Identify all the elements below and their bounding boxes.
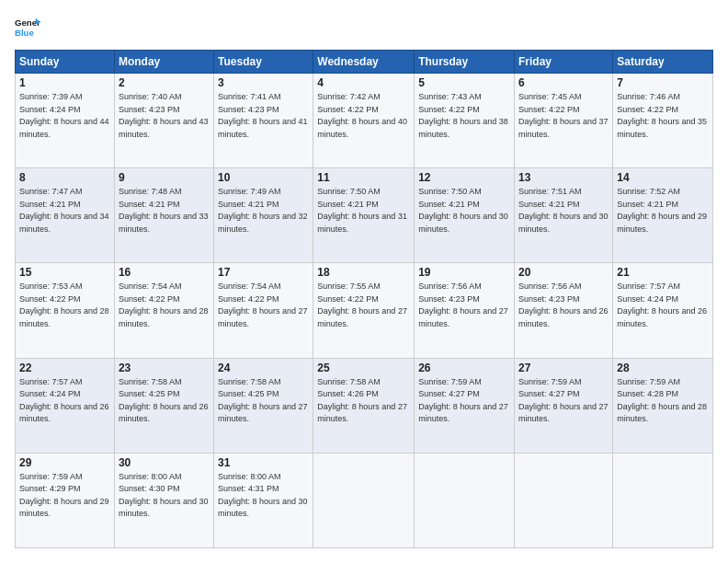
- day-number: 30: [119, 456, 210, 469]
- calendar-table: SundayMondayTuesdayWednesdayThursdayFrid…: [15, 50, 713, 548]
- week-row-3: 15 Sunrise: 7:53 AM Sunset: 4:22 PM Dayl…: [16, 263, 713, 358]
- day-info: Sunrise: 7:51 AM Sunset: 4:21 PM Dayligh…: [518, 186, 609, 236]
- day-number: 4: [317, 76, 410, 89]
- day-number: 31: [218, 456, 309, 469]
- day-info: Sunrise: 7:57 AM Sunset: 4:24 PM Dayligh…: [617, 281, 709, 330]
- day-number: 16: [119, 266, 210, 279]
- day-cell: 10 Sunrise: 7:49 AM Sunset: 4:21 PM Dayl…: [214, 168, 313, 263]
- day-info: Sunrise: 7:41 AM Sunset: 4:23 PM Dayligh…: [218, 91, 309, 141]
- weekday-friday: Friday: [515, 51, 613, 74]
- day-number: 25: [317, 362, 410, 374]
- day-info: Sunrise: 7:56 AM Sunset: 4:23 PM Dayligh…: [518, 281, 609, 330]
- day-info: Sunrise: 7:59 AM Sunset: 4:27 PM Dayligh…: [418, 376, 510, 426]
- day-cell: 1 Sunrise: 7:39 AM Sunset: 4:24 PM Dayli…: [16, 74, 115, 168]
- day-info: Sunrise: 7:50 AM Sunset: 4:21 PM Dayligh…: [317, 186, 410, 236]
- day-cell: 22 Sunrise: 7:57 AM Sunset: 4:24 PM Dayl…: [16, 358, 115, 453]
- day-info: Sunrise: 7:40 AM Sunset: 4:23 PM Dayligh…: [119, 91, 210, 141]
- day-cell: 28 Sunrise: 7:59 AM Sunset: 4:28 PM Dayl…: [613, 358, 713, 453]
- weekday-tuesday: Tuesday: [214, 51, 313, 74]
- day-cell: 23 Sunrise: 7:58 AM Sunset: 4:25 PM Dayl…: [114, 358, 213, 453]
- day-info: Sunrise: 7:50 AM Sunset: 4:21 PM Dayligh…: [418, 186, 510, 236]
- week-row-4: 22 Sunrise: 7:57 AM Sunset: 4:24 PM Dayl…: [16, 358, 713, 453]
- day-info: Sunrise: 7:53 AM Sunset: 4:22 PM Dayligh…: [19, 281, 110, 330]
- day-info: Sunrise: 7:49 AM Sunset: 4:21 PM Dayligh…: [218, 186, 309, 236]
- day-cell: 2 Sunrise: 7:40 AM Sunset: 4:23 PM Dayli…: [114, 74, 213, 168]
- day-number: 3: [218, 76, 309, 89]
- weekday-saturday: Saturday: [613, 51, 713, 74]
- logo-icon: General Blue: [15, 15, 40, 40]
- day-cell: 16 Sunrise: 7:54 AM Sunset: 4:22 PM Dayl…: [114, 263, 213, 358]
- day-number: 18: [317, 266, 410, 279]
- week-row-2: 8 Sunrise: 7:47 AM Sunset: 4:21 PM Dayli…: [16, 168, 713, 263]
- day-info: Sunrise: 7:39 AM Sunset: 4:24 PM Dayligh…: [19, 91, 110, 141]
- day-number: 17: [218, 266, 309, 279]
- day-cell: [313, 453, 415, 547]
- day-cell: 12 Sunrise: 7:50 AM Sunset: 4:21 PM Dayl…: [415, 168, 515, 263]
- day-cell: [515, 453, 613, 547]
- day-number: 12: [418, 171, 510, 184]
- day-number: 7: [617, 76, 709, 89]
- day-number: 6: [518, 76, 609, 89]
- day-number: 21: [617, 266, 709, 279]
- day-cell: 13 Sunrise: 7:51 AM Sunset: 4:21 PM Dayl…: [515, 168, 613, 263]
- weekday-monday: Monday: [114, 51, 213, 74]
- day-cell: 6 Sunrise: 7:45 AM Sunset: 4:22 PM Dayli…: [515, 74, 613, 168]
- day-info: Sunrise: 7:47 AM Sunset: 4:21 PM Dayligh…: [19, 186, 110, 236]
- day-cell: [415, 453, 515, 547]
- day-number: 11: [317, 171, 410, 184]
- day-cell: 26 Sunrise: 7:59 AM Sunset: 4:27 PM Dayl…: [415, 358, 515, 453]
- day-info: Sunrise: 7:42 AM Sunset: 4:22 PM Dayligh…: [317, 91, 410, 141]
- day-info: Sunrise: 7:45 AM Sunset: 4:22 PM Dayligh…: [518, 91, 609, 141]
- weekday-sunday: Sunday: [16, 51, 115, 74]
- day-cell: 24 Sunrise: 7:58 AM Sunset: 4:25 PM Dayl…: [214, 358, 313, 453]
- day-number: 20: [518, 266, 609, 279]
- day-number: 14: [617, 171, 709, 184]
- day-cell: 5 Sunrise: 7:43 AM Sunset: 4:22 PM Dayli…: [415, 74, 515, 168]
- day-info: Sunrise: 7:54 AM Sunset: 4:22 PM Dayligh…: [119, 281, 210, 330]
- day-cell: 11 Sunrise: 7:50 AM Sunset: 4:21 PM Dayl…: [313, 168, 415, 263]
- day-info: Sunrise: 7:58 AM Sunset: 4:25 PM Dayligh…: [218, 376, 309, 426]
- day-cell: 15 Sunrise: 7:53 AM Sunset: 4:22 PM Dayl…: [16, 263, 115, 358]
- day-cell: 18 Sunrise: 7:55 AM Sunset: 4:22 PM Dayl…: [313, 263, 415, 358]
- day-number: 23: [119, 362, 210, 374]
- day-info: Sunrise: 7:56 AM Sunset: 4:23 PM Dayligh…: [418, 281, 510, 330]
- day-number: 10: [218, 171, 309, 184]
- day-cell: 27 Sunrise: 7:59 AM Sunset: 4:27 PM Dayl…: [515, 358, 613, 453]
- day-info: Sunrise: 7:48 AM Sunset: 4:21 PM Dayligh…: [119, 186, 210, 236]
- day-info: Sunrise: 7:54 AM Sunset: 4:22 PM Dayligh…: [218, 281, 309, 330]
- day-number: 9: [119, 171, 210, 184]
- day-info: Sunrise: 7:59 AM Sunset: 4:28 PM Dayligh…: [617, 376, 709, 426]
- day-info: Sunrise: 7:59 AM Sunset: 4:27 PM Dayligh…: [518, 376, 609, 426]
- day-info: Sunrise: 7:46 AM Sunset: 4:22 PM Dayligh…: [617, 91, 709, 141]
- day-cell: 20 Sunrise: 7:56 AM Sunset: 4:23 PM Dayl…: [515, 263, 613, 358]
- calendar-body: 1 Sunrise: 7:39 AM Sunset: 4:24 PM Dayli…: [16, 74, 713, 548]
- day-cell: 7 Sunrise: 7:46 AM Sunset: 4:22 PM Dayli…: [613, 74, 713, 168]
- weekday-wednesday: Wednesday: [313, 51, 415, 74]
- day-number: 28: [617, 362, 709, 374]
- day-info: Sunrise: 7:58 AM Sunset: 4:25 PM Dayligh…: [119, 376, 210, 426]
- day-cell: 8 Sunrise: 7:47 AM Sunset: 4:21 PM Dayli…: [16, 168, 115, 263]
- page-header: General Blue: [15, 15, 713, 40]
- day-number: 1: [19, 76, 110, 89]
- day-cell: 17 Sunrise: 7:54 AM Sunset: 4:22 PM Dayl…: [214, 263, 313, 358]
- day-info: Sunrise: 7:43 AM Sunset: 4:22 PM Dayligh…: [418, 91, 510, 141]
- day-cell: 31 Sunrise: 8:00 AM Sunset: 4:31 PM Dayl…: [214, 453, 313, 547]
- day-cell: 25 Sunrise: 7:58 AM Sunset: 4:26 PM Dayl…: [313, 358, 415, 453]
- weekday-header-row: SundayMondayTuesdayWednesdayThursdayFrid…: [16, 51, 713, 74]
- day-info: Sunrise: 7:57 AM Sunset: 4:24 PM Dayligh…: [19, 376, 110, 426]
- day-cell: 19 Sunrise: 7:56 AM Sunset: 4:23 PM Dayl…: [415, 263, 515, 358]
- day-cell: 4 Sunrise: 7:42 AM Sunset: 4:22 PM Dayli…: [313, 74, 415, 168]
- day-number: 5: [418, 76, 510, 89]
- week-row-5: 29 Sunrise: 7:59 AM Sunset: 4:29 PM Dayl…: [16, 453, 713, 547]
- day-cell: [613, 453, 713, 547]
- day-number: 2: [119, 76, 210, 89]
- day-info: Sunrise: 7:52 AM Sunset: 4:21 PM Dayligh…: [617, 186, 709, 236]
- day-info: Sunrise: 7:55 AM Sunset: 4:22 PM Dayligh…: [317, 281, 410, 330]
- weekday-thursday: Thursday: [415, 51, 515, 74]
- day-cell: 29 Sunrise: 7:59 AM Sunset: 4:29 PM Dayl…: [16, 453, 115, 547]
- day-cell: 21 Sunrise: 7:57 AM Sunset: 4:24 PM Dayl…: [613, 263, 713, 358]
- day-info: Sunrise: 7:58 AM Sunset: 4:26 PM Dayligh…: [317, 376, 410, 426]
- day-number: 19: [418, 266, 510, 279]
- day-info: Sunrise: 8:00 AM Sunset: 4:30 PM Dayligh…: [119, 471, 210, 521]
- day-number: 26: [418, 362, 510, 374]
